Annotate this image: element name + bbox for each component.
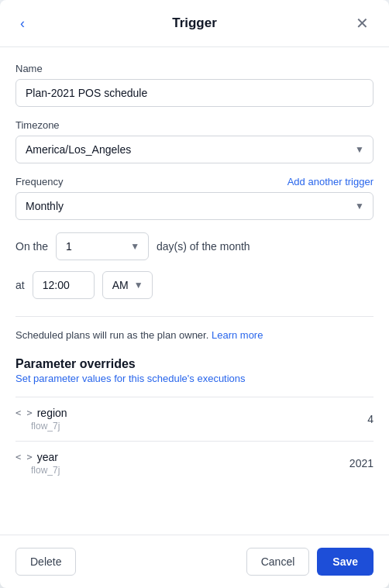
timezone-select-wrapper: America/Los_Angeles ▼ bbox=[15, 136, 374, 163]
divider-1 bbox=[15, 316, 374, 317]
param-left: < > year flow_7j bbox=[15, 451, 60, 476]
frequency-select-wrapper: Monthly ▼ bbox=[15, 192, 374, 220]
frequency-select[interactable]: Monthly bbox=[15, 192, 374, 220]
name-label: Name bbox=[15, 63, 374, 74]
param-left: < > region flow_7j bbox=[15, 407, 67, 432]
at-label: at bbox=[15, 279, 25, 291]
close-button[interactable]: ✕ bbox=[351, 12, 374, 34]
frequency-label: Frequency bbox=[15, 176, 63, 187]
close-icon: ✕ bbox=[356, 14, 369, 33]
back-button[interactable]: ‹ bbox=[15, 14, 29, 33]
day-select-wrapper: 1 ▼ bbox=[56, 232, 149, 260]
param-item: < > year flow_7j 2021 bbox=[15, 441, 374, 485]
schedule-note: Scheduled plans will run as the plan own… bbox=[15, 328, 374, 343]
param-flow: flow_7j bbox=[31, 421, 67, 432]
param-value: 2021 bbox=[349, 457, 374, 469]
save-button[interactable]: Save bbox=[317, 548, 374, 576]
time-input[interactable] bbox=[33, 271, 95, 299]
learn-more-link[interactable]: Learn more bbox=[212, 329, 263, 341]
param-section-subtitle: Set parameter values for this schedule's… bbox=[15, 373, 374, 384]
frequency-field-group: Frequency Add another trigger Monthly ▼ bbox=[15, 176, 374, 220]
name-field-group: Name bbox=[15, 63, 374, 107]
param-code-icon: < > bbox=[15, 407, 33, 418]
param-name: year bbox=[37, 451, 58, 463]
day-select[interactable]: 1 bbox=[56, 232, 149, 260]
back-icon: ‹ bbox=[20, 15, 25, 32]
param-name-row: < > year bbox=[15, 451, 60, 463]
frequency-header-row: Frequency Add another trigger bbox=[15, 176, 374, 187]
param-value: 4 bbox=[367, 413, 374, 425]
param-item: < > region flow_7j 4 bbox=[15, 397, 374, 441]
modal-header: ‹ Trigger ✕ bbox=[0, 0, 389, 47]
on-the-row: On the 1 ▼ day(s) of the month bbox=[15, 232, 374, 260]
ampm-select-wrapper: AM PM ▼ bbox=[102, 271, 153, 299]
timezone-select[interactable]: America/Los_Angeles bbox=[15, 136, 374, 163]
param-code-icon: < > bbox=[15, 452, 33, 462]
trigger-modal: ‹ Trigger ✕ Name Timezone America/Los_An… bbox=[0, 0, 389, 588]
days-of-month-label: day(s) of the month bbox=[157, 240, 250, 253]
ampm-select[interactable]: AM PM bbox=[102, 271, 153, 299]
at-row: at AM PM ▼ bbox=[15, 271, 374, 299]
param-list: < > region flow_7j 4 < > year flow_7j 20… bbox=[15, 397, 374, 485]
add-trigger-button[interactable]: Add another trigger bbox=[287, 176, 374, 187]
on-the-label: On the bbox=[15, 240, 48, 253]
timezone-label: Timezone bbox=[15, 119, 374, 131]
param-name: region bbox=[37, 407, 67, 419]
modal-footer: Delete Cancel Save bbox=[0, 535, 389, 588]
param-overrides-section: Parameter overrides Set parameter values… bbox=[15, 357, 374, 485]
param-flow: flow_7j bbox=[31, 465, 60, 476]
footer-right: Cancel Save bbox=[246, 548, 374, 576]
name-input[interactable] bbox=[15, 79, 374, 107]
modal-title: Trigger bbox=[172, 15, 217, 31]
cancel-button[interactable]: Cancel bbox=[246, 548, 310, 576]
param-name-row: < > region bbox=[15, 407, 67, 419]
modal-body: Name Timezone America/Los_Angeles ▼ Freq… bbox=[0, 47, 389, 535]
param-section-title: Parameter overrides bbox=[15, 357, 374, 371]
delete-button[interactable]: Delete bbox=[15, 548, 76, 576]
timezone-field-group: Timezone America/Los_Angeles ▼ bbox=[15, 119, 374, 163]
